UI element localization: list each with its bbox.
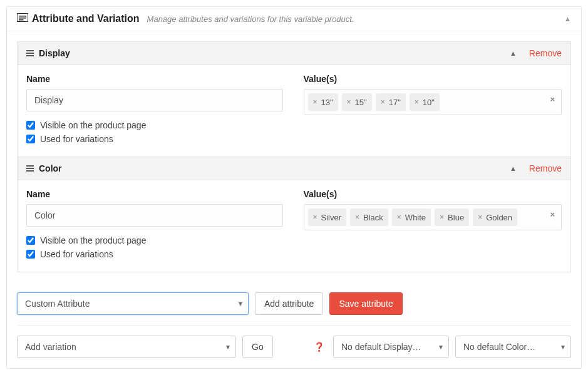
- attribute-action-row: Custom Attribute Add attribute Save attr…: [17, 282, 571, 315]
- remove-tag-icon[interactable]: ×: [478, 213, 482, 222]
- collapse-attribute-icon[interactable]: ▲: [510, 165, 517, 172]
- tag-label: White: [405, 213, 426, 222]
- used-variations-label: Used for variations: [40, 249, 113, 259]
- attribute-values-input[interactable]: ×Silver×Black×White×Blue×Golden×: [304, 204, 562, 230]
- value-tag[interactable]: ×Golden: [473, 208, 517, 226]
- remove-tag-icon[interactable]: ×: [381, 98, 385, 106]
- visible-checkbox[interactable]: [26, 236, 35, 245]
- used-variations-label: Used for variations: [40, 134, 113, 144]
- visible-label: Visible on the product page: [40, 235, 146, 245]
- help-icon[interactable]: ❓: [314, 342, 324, 352]
- remove-tag-icon[interactable]: ×: [355, 213, 359, 222]
- value-tag[interactable]: ×Blue: [435, 208, 469, 226]
- add-attribute-button[interactable]: Add attribute: [255, 292, 323, 315]
- form-icon: [17, 13, 28, 24]
- attribute-body: NameVisible on the product pageUsed for …: [18, 180, 570, 272]
- attribute-type-select-wrap: Custom Attribute: [17, 292, 249, 315]
- go-button[interactable]: Go: [242, 336, 273, 358]
- used-variations-checkbox[interactable]: [26, 250, 35, 259]
- remove-attribute-link[interactable]: Remove: [529, 163, 562, 173]
- value-tag[interactable]: ×13": [308, 93, 338, 111]
- default-color-select[interactable]: No default Color…: [455, 336, 571, 358]
- default-display-select[interactable]: No default Display…: [333, 336, 449, 358]
- used-variations-checkbox[interactable]: [26, 135, 35, 143]
- name-label: Name: [26, 74, 285, 84]
- visible-checkbox-row[interactable]: Visible on the product page: [26, 120, 285, 130]
- save-attribute-button[interactable]: Save attribute: [329, 292, 402, 315]
- values-label: Value(s): [304, 74, 562, 84]
- remove-tag-icon[interactable]: ×: [397, 213, 401, 222]
- collapse-attribute-icon[interactable]: ▲: [510, 49, 517, 57]
- tag-label: 10": [423, 98, 435, 107]
- clear-values-icon[interactable]: ×: [550, 210, 555, 219]
- tag-label: 13": [321, 98, 333, 107]
- tag-label: 15": [355, 98, 367, 107]
- variation-action-select[interactable]: Add variation: [17, 336, 236, 358]
- attribute-type-select[interactable]: Custom Attribute: [17, 292, 249, 315]
- attribute-body: NameVisible on the product pageUsed for …: [18, 64, 570, 157]
- remove-attribute-link[interactable]: Remove: [529, 48, 562, 58]
- value-tag[interactable]: ×15": [342, 93, 372, 111]
- drag-handle-icon[interactable]: [26, 164, 34, 173]
- tag-label: Black: [363, 213, 383, 222]
- value-tag[interactable]: ×10": [410, 93, 440, 111]
- visible-checkbox[interactable]: [26, 121, 35, 130]
- variation-action-select-wrap: Add variation: [17, 336, 236, 358]
- collapse-caret-icon[interactable]: ▲: [564, 15, 571, 23]
- attribute-variation-panel: Attribute and Variation Manage attribute…: [6, 6, 582, 369]
- remove-tag-icon[interactable]: ×: [313, 213, 317, 222]
- value-tag[interactable]: ×Silver: [308, 208, 347, 226]
- attribute-header[interactable]: Color▲Remove: [18, 157, 570, 180]
- attribute-values-input[interactable]: ×13"×15"×17"×10"×: [304, 89, 562, 115]
- remove-tag-icon[interactable]: ×: [313, 98, 317, 106]
- default-display-select-wrap: No default Display…: [333, 336, 449, 358]
- default-color-select-wrap: No default Color…: [455, 336, 571, 358]
- attribute-header-name: Color: [39, 163, 62, 173]
- value-tag[interactable]: ×Black: [350, 208, 388, 226]
- panel-header: Attribute and Variation Manage attribute…: [7, 7, 581, 31]
- panel-body: Display▲RemoveNameVisible on the product…: [7, 31, 581, 368]
- values-label: Value(s): [304, 189, 562, 199]
- attribute-name-input[interactable]: [26, 204, 283, 227]
- name-label: Name: [26, 189, 285, 199]
- tag-label: Silver: [321, 213, 342, 222]
- remove-tag-icon[interactable]: ×: [415, 98, 419, 106]
- panel-subtitle: Manage attributes and variations for thi…: [147, 14, 354, 24]
- visible-label: Visible on the product page: [40, 120, 146, 130]
- used-variations-checkbox-row[interactable]: Used for variations: [26, 249, 285, 259]
- remove-tag-icon[interactable]: ×: [347, 98, 351, 106]
- tag-label: Blue: [448, 213, 464, 222]
- tag-label: Golden: [486, 213, 512, 222]
- attribute-header[interactable]: Display▲Remove: [18, 42, 570, 64]
- value-tag[interactable]: ×White: [392, 208, 431, 226]
- tag-label: 17": [389, 98, 401, 107]
- attribute-block: Color▲RemoveNameVisible on the product p…: [17, 157, 571, 272]
- used-variations-checkbox-row[interactable]: Used for variations: [26, 134, 285, 144]
- drag-handle-icon[interactable]: [26, 49, 34, 58]
- variation-action-row: Add variation Go ❓ No default Display… N…: [17, 325, 571, 358]
- attribute-header-name: Display: [39, 48, 70, 58]
- attribute-block: Display▲RemoveNameVisible on the product…: [17, 41, 571, 157]
- clear-values-icon[interactable]: ×: [550, 95, 555, 104]
- value-tag[interactable]: ×17": [376, 93, 406, 111]
- panel-title-wrap: Attribute and Variation: [17, 13, 140, 24]
- visible-checkbox-row[interactable]: Visible on the product page: [26, 235, 285, 245]
- attribute-name-input[interactable]: [26, 89, 283, 111]
- remove-tag-icon[interactable]: ×: [440, 213, 444, 222]
- panel-title: Attribute and Variation: [32, 13, 140, 24]
